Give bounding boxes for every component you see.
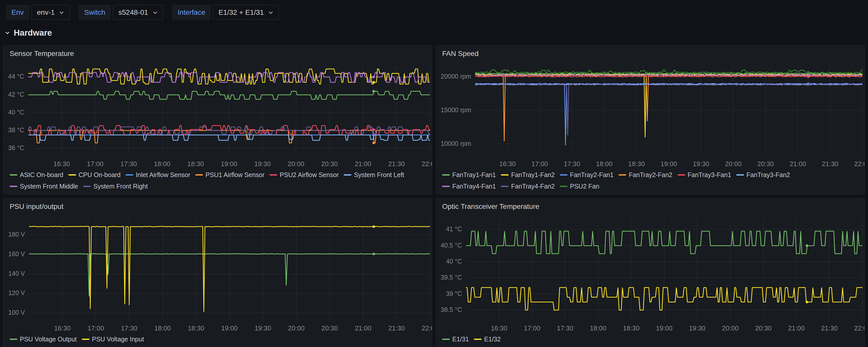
legend-item[interactable]: FanTray1-Fan1 <box>442 171 496 179</box>
panel-title[interactable]: PSU input/output <box>4 198 432 212</box>
series-name: System Front Middle <box>20 183 78 190</box>
legend-item[interactable]: PSU2 Airflow Sensor <box>270 171 339 179</box>
chevron-down-icon <box>59 10 64 15</box>
series-name: System Front Right <box>93 183 148 190</box>
psu-input-output-chart[interactable] <box>4 212 432 335</box>
series-name: FanTray4-Fan1 <box>452 183 496 190</box>
legend-item[interactable]: PSU Voltage Output <box>10 336 77 343</box>
series-name: ASIC On-board <box>20 171 63 179</box>
legend-item[interactable]: FanTray2-Fan1 <box>560 171 614 179</box>
series-name: CPU On-board <box>79 171 121 179</box>
panel-psu-input-output: PSU input/output PSU Voltage OutputPSU V… <box>3 198 432 347</box>
series-color-swatch <box>10 186 17 187</box>
optic-transceiver-temperature-legend: E1/31E1/32 <box>436 335 864 347</box>
series-name: Inlet Airflow Sensor <box>136 171 190 179</box>
series-color-swatch <box>560 174 567 176</box>
switch-variable-value: s5248-01 <box>119 8 148 17</box>
switch-variable-control: Switch s5248-01 <box>79 5 163 20</box>
series-name: PSU2 Fan <box>570 183 599 190</box>
legend-item[interactable]: E1/31 <box>442 336 469 343</box>
series-color-swatch <box>10 174 17 176</box>
series-name: System Front Left <box>354 171 404 179</box>
legend-item[interactable]: ASIC On-board <box>10 171 63 179</box>
series-name: FanTray1-Fan2 <box>511 171 555 179</box>
fan-speed-legend: FanTray1-Fan1FanTray1-Fan2FanTray2-Fan1F… <box>436 170 864 194</box>
legend-item[interactable]: FanTray4-Fan2 <box>501 183 555 190</box>
series-color-swatch <box>442 186 450 187</box>
panel-title[interactable]: FAN Speed <box>436 46 864 59</box>
panel-title[interactable]: Sensor Temperature <box>4 46 432 59</box>
series-color-swatch <box>270 174 277 176</box>
series-color-swatch <box>501 186 508 187</box>
series-name: FanTray2-Fan1 <box>570 171 614 179</box>
series-name: E1/31 <box>452 336 469 343</box>
series-color-swatch <box>442 339 450 340</box>
series-name: FanTray2-Fan2 <box>629 171 672 179</box>
psu-input-output-legend: PSU Voltage OutputPSU Voltage Input <box>4 335 432 347</box>
switch-variable-label: Switch <box>79 5 110 20</box>
series-name: FanTray3-Fan2 <box>746 171 790 179</box>
legend-item[interactable]: FanTray1-Fan2 <box>501 171 555 179</box>
series-color-swatch <box>82 339 90 340</box>
panels-grid: Sensor Temperature ASIC On-boardCPU On-b… <box>3 45 865 347</box>
legend-item[interactable]: E1/32 <box>474 336 501 343</box>
series-color-swatch <box>68 174 76 176</box>
series-name: FanTray4-Fan2 <box>511 183 555 190</box>
series-color-swatch <box>678 174 685 176</box>
fan-speed-chart[interactable] <box>436 59 864 170</box>
series-color-swatch <box>736 174 744 176</box>
grafana-dashboard: Env env-1 Switch s5248-01 Interface E1/3… <box>0 0 868 347</box>
panel-sensor-temperature: Sensor Temperature ASIC On-boardCPU On-b… <box>3 45 432 194</box>
series-name: E1/32 <box>484 336 501 343</box>
interface-variable-dropdown[interactable]: E1/32 + E1/31 <box>213 5 279 20</box>
optic-transceiver-temperature-chart[interactable] <box>436 212 864 335</box>
chevron-down-icon <box>152 10 158 15</box>
series-color-swatch <box>126 174 133 176</box>
series-color-swatch <box>474 339 482 340</box>
legend-item[interactable]: FanTray3-Fan2 <box>736 171 790 179</box>
interface-variable-control: Interface E1/32 + E1/31 <box>173 5 279 20</box>
env-variable-dropdown[interactable]: env-1 <box>32 5 70 20</box>
legend-item[interactable]: PSU1 Airflow Sensor <box>195 171 265 179</box>
sensor-temperature-chart[interactable] <box>4 59 432 170</box>
env-variable-value: env-1 <box>37 8 55 17</box>
variables-toolbar: Env env-1 Switch s5248-01 Interface E1/3… <box>0 0 868 20</box>
panel-title[interactable]: Optic Transceiver Temperature <box>436 198 864 212</box>
series-color-swatch <box>344 174 351 176</box>
sensor-temperature-legend: ASIC On-boardCPU On-boardInlet Airflow S… <box>4 170 432 194</box>
env-variable-label: Env <box>6 5 29 20</box>
hardware-section-header[interactable]: Hardware <box>4 27 868 39</box>
section-title: Hardware <box>14 28 52 38</box>
legend-item[interactable]: FanTray4-Fan1 <box>442 183 496 190</box>
legend-item[interactable]: FanTray3-Fan1 <box>678 171 731 179</box>
series-color-swatch <box>83 186 91 187</box>
series-name: PSU2 Airflow Sensor <box>280 171 339 179</box>
series-name: PSU Voltage Input <box>92 336 144 343</box>
legend-item[interactable]: FanTray2-Fan2 <box>619 171 672 179</box>
series-name: FanTray1-Fan1 <box>452 171 496 179</box>
series-color-swatch <box>619 174 626 176</box>
legend-item[interactable]: PSU Voltage Input <box>82 336 144 343</box>
series-color-swatch <box>501 174 508 176</box>
series-color-swatch <box>10 339 17 340</box>
interface-variable-label: Interface <box>173 5 211 20</box>
series-name: PSU1 Airflow Sensor <box>206 171 265 179</box>
chevron-down-icon <box>268 10 274 15</box>
section-collapse-icon <box>4 30 11 36</box>
legend-item[interactable]: System Front Left <box>344 171 404 179</box>
legend-item[interactable]: CPU On-board <box>68 171 121 179</box>
panel-optic-transceiver-temperature: Optic Transceiver Temperature E1/31E1/32 <box>436 198 865 347</box>
legend-item[interactable]: Inlet Airflow Sensor <box>126 171 190 179</box>
switch-variable-dropdown[interactable]: s5248-01 <box>113 5 163 20</box>
series-color-swatch <box>560 186 567 187</box>
legend-item[interactable]: System Front Middle <box>10 183 78 190</box>
panel-fan-speed: FAN Speed FanTray1-Fan1FanTray1-Fan2FanT… <box>436 45 865 194</box>
series-color-swatch <box>195 174 203 176</box>
legend-item[interactable]: System Front Right <box>83 183 148 190</box>
interface-variable-value: E1/32 + E1/31 <box>218 8 264 17</box>
legend-item[interactable]: PSU2 Fan <box>560 183 599 190</box>
series-color-swatch <box>442 174 450 176</box>
series-name: FanTray3-Fan1 <box>688 171 731 179</box>
series-name: PSU Voltage Output <box>20 336 77 343</box>
env-variable-control: Env env-1 <box>6 5 70 20</box>
